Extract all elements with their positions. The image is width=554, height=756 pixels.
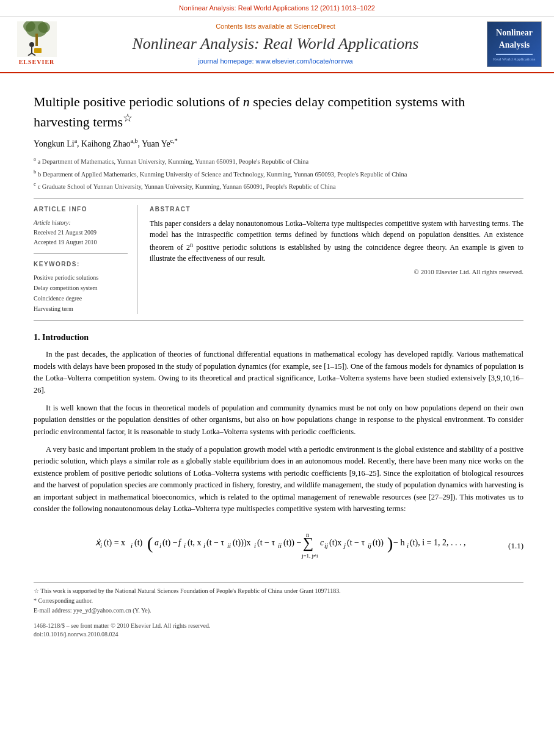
sciencedirect-label: Contents lists available at ScienceDirec… — [216, 22, 335, 32]
copyright-notice: © 2010 Elsevier Ltd. All rights reserved… — [150, 267, 523, 277]
svg-text:i: i — [159, 542, 161, 549]
abstract-header: ABSTRACT — [150, 205, 523, 214]
page-container: Nonlinear Analysis: Real World Applicati… — [0, 0, 554, 756]
svg-text:i: i — [254, 542, 256, 549]
title-star: ☆ — [123, 112, 133, 124]
journal-logo-analysis: Analysis — [499, 39, 530, 51]
svg-text:(t − τ: (t − τ — [257, 538, 275, 548]
authors-line: Yongkun Lia, Kaihong Zhaoa,b, Yuan Yec,* — [34, 137, 523, 150]
affiliation-b: b b Department of Applied Mathematics, K… — [34, 168, 523, 179]
issn-line: 1468-1218/$ – see front matter © 2010 El… — [34, 622, 523, 631]
svg-text:c: c — [320, 538, 324, 547]
svg-point-3 — [38, 22, 50, 33]
svg-text:(t): (t) — [134, 538, 143, 548]
footer-bottom: 1468-1218/$ – see front matter © 2010 El… — [34, 622, 523, 639]
keyword-1: Positive periodic solutions — [34, 272, 128, 283]
svg-text:f: f — [178, 538, 182, 547]
footnote-email: E-mail address: yye_yd@yahoo.com.cn (Y. … — [34, 606, 523, 616]
article-info-header: ARTICLE INFO — [34, 205, 128, 214]
svg-text:(t, x: (t, x — [188, 538, 202, 548]
svg-rect-4 — [35, 34, 38, 46]
keyword-4: Harvesting term — [34, 303, 128, 314]
header-divider — [34, 198, 523, 199]
info-abstract-section: ARTICLE INFO Article history: Received 2… — [34, 205, 523, 314]
keywords-header: Keywords: — [34, 260, 128, 269]
svg-text:(t)) −: (t)) − — [283, 538, 301, 548]
svg-text:ii: ii — [278, 542, 282, 549]
journal-logo-area: Nonlinear Analysis Real World Applicatio… — [484, 21, 545, 67]
journal-citation-text: Nonlinear Analysis: Real World Applicati… — [179, 4, 375, 12]
affiliations: a a Department of Mathematics, Yunnan Un… — [34, 155, 523, 191]
elsevier-tree-icon — [17, 21, 57, 57]
abstract-column: ABSTRACT This paper considers a delay no… — [150, 205, 523, 314]
svg-text:a: a — [155, 538, 159, 547]
footnote-corresponding: * Corresponding author. — [34, 596, 523, 606]
section-divider — [34, 320, 523, 321]
article-history: Article history: Received 21 August 2009… — [34, 218, 128, 247]
journal-title-area: Contents lists available at ScienceDirec… — [73, 21, 478, 67]
svg-text:i: i — [203, 542, 205, 549]
svg-text:(t − τ: (t − τ — [206, 538, 224, 548]
svg-text:(t)): (t)) — [373, 538, 384, 548]
accepted-date: Accepted 19 August 2010 — [34, 238, 128, 247]
equation-number: (1.1) — [508, 540, 523, 552]
received-date: Received 21 August 2009 — [34, 228, 128, 238]
affiliation-a: a a Department of Mathematics, Yunnan Un… — [34, 155, 523, 166]
svg-text:(t)x: (t)x — [329, 538, 341, 548]
svg-text:(t)))x: (t)))x — [233, 538, 251, 548]
keywords-section: Keywords: Positive periodic solutions De… — [34, 260, 128, 314]
svg-text:(t),   i = 1, 2, . . . , n,: (t), i = 1, 2, . . . , n, — [410, 538, 468, 548]
journal-logo-subtitle: Real World Applications — [494, 57, 536, 62]
equation-1-1: ẋ i (t) = x i (t) ( a i (t) − f i (t, x … — [34, 526, 523, 566]
svg-text:n: n — [306, 531, 309, 538]
doi-line: doi:10.1016/j.nonrwa.2010.08.024 — [34, 630, 523, 639]
elsevier-text: ELSEVIER — [19, 58, 55, 67]
svg-text:j: j — [343, 542, 346, 549]
svg-text:ij: ij — [324, 542, 328, 549]
svg-text:): ) — [387, 534, 393, 553]
article-title: Multiple positive periodic solutions of … — [34, 93, 523, 131]
footer-notes: ☆ This work is supported by the National… — [34, 582, 523, 616]
journal-logo-nl: Nonlinear — [496, 27, 533, 39]
svg-rect-9 — [34, 48, 42, 53]
established-word: established — [288, 243, 320, 252]
svg-point-5 — [29, 42, 34, 47]
svg-text:(t) = x: (t) = x — [104, 538, 125, 548]
intro-section-title: 1. Introduction — [34, 332, 523, 344]
intro-paragraph-1: In the past decades, the application of … — [34, 349, 523, 396]
keywords-list: Positive periodic solutions Delay compet… — [34, 272, 128, 314]
journal-header: ELSEVIER Contents lists available at Sci… — [0, 16, 554, 73]
equation-content: ẋ i (t) = x i (t) ( a i (t) − f i (t, x … — [89, 526, 468, 566]
main-content: Multiple positive periodic solutions of … — [0, 73, 554, 652]
abstract-text: This paper considers a delay nonautonomo… — [150, 218, 523, 264]
elsevier-logo-area: ELSEVIER — [6, 21, 67, 67]
svg-text:ii: ii — [227, 542, 231, 549]
svg-text:ij: ij — [368, 542, 371, 549]
intro-paragraph-2: It is well known that the focus in theor… — [34, 402, 523, 438]
footnote-star: ☆ This work is supported by the National… — [34, 586, 523, 596]
svg-text:− h: − h — [393, 538, 404, 547]
svg-text:(t − τ: (t − τ — [347, 538, 365, 548]
info-divider — [34, 253, 128, 254]
svg-text:(: ( — [147, 534, 153, 553]
equation-svg: ẋ i (t) = x i (t) ( a i (t) − f i (t, x … — [89, 526, 468, 562]
intro-paragraph-3: A very basic and important problem in th… — [34, 444, 523, 515]
article-info-column: ARTICLE INFO Article history: Received 2… — [34, 205, 137, 314]
svg-text:i: i — [407, 542, 409, 549]
svg-text:i: i — [100, 542, 102, 549]
article-history-label: Article history: — [34, 218, 128, 228]
elsevier-logo: ELSEVIER — [17, 21, 57, 67]
svg-text:i: i — [131, 542, 133, 549]
journal-citation-bar: Nonlinear Analysis: Real World Applicati… — [0, 0, 554, 16]
journal-homepage: journal homepage: www.elsevier.com/locat… — [198, 57, 352, 67]
svg-text:j=1, j≠i: j=1, j≠i — [301, 553, 318, 559]
svg-text:i: i — [184, 542, 186, 549]
keyword-2: Delay competition system — [34, 283, 128, 293]
journal-title: Nonlinear Analysis: Real World Applicati… — [133, 34, 419, 53]
affiliation-c: c c Graduate School of Yunnan University… — [34, 180, 523, 191]
keyword-3: Coincidence degree — [34, 293, 128, 303]
journal-logo-box: Nonlinear Analysis Real World Applicatio… — [487, 21, 542, 67]
svg-text:(t) −: (t) − — [162, 538, 178, 548]
